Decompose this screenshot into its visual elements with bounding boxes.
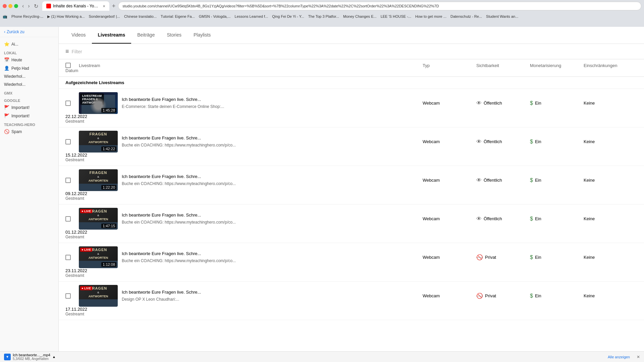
row4-visibility: 👁 Öffentlich	[476, 216, 530, 222]
row3-checkbox[interactable]	[65, 178, 79, 183]
browser-tab-active[interactable]: Inhalte des Kanals - YouTube S... ✕	[42, 1, 109, 11]
row6-thumbnail[interactable]: FRAGEN & ANTWORTEN ● LIVE	[79, 285, 118, 307]
spam-icon: 🚫	[4, 129, 9, 134]
back-btn[interactable]: ‹	[21, 2, 25, 10]
sidebar-label-important1: Important!	[11, 105, 30, 110]
bookmark-10[interactable]: LEE 'S HOUSE -...	[379, 14, 413, 19]
row6-live-badge: ● LIVE	[80, 286, 92, 290]
browser-toolbar: ‹ › ↻ Inhalte des Kanals - YouTube S... …	[0, 0, 644, 12]
header-checkbox[interactable]	[65, 63, 79, 68]
header-monetarisierung: Monetarisierung	[530, 63, 584, 68]
bookmark-11[interactable]: How to get more ...	[414, 14, 448, 19]
row2-date-val: 15.12.2022	[65, 153, 79, 158]
row6-date: 17.11.2022 Gestreamt	[65, 307, 79, 316]
bookmark-0[interactable]: Phone Recycling-...	[10, 14, 45, 19]
sidebar-item-ai[interactable]: ⭐ Ai...	[0, 40, 58, 48]
row6-checkbox[interactable]	[65, 293, 79, 299]
table-header: Livestream Typ Sichtbarkeit Monetarisier…	[59, 59, 644, 77]
row1-video-info: LIVESTREAMFRAGEN &ANTWORTEN 1:45:28 Ich …	[79, 92, 369, 114]
sidebar-label-ai: Ai...	[11, 42, 18, 47]
row4-desc: Buche ein COACHING: https://www.myteachi…	[122, 220, 369, 225]
row6-restrictions: Keine	[584, 293, 637, 298]
download-bar-close-btn[interactable]: ✕	[637, 355, 640, 359]
header-datum: Datum	[65, 68, 79, 73]
tab-playlists[interactable]: Playlists	[187, 27, 217, 44]
filter-icon: ≡	[65, 48, 69, 55]
eye-icon-1: 👁	[476, 100, 482, 106]
row2-thumbnail[interactable]: FRAGEN & ANTWORTEN 1:42:22	[79, 131, 118, 153]
header-livestream: Livestream	[79, 63, 369, 68]
tab-close-btn[interactable]: ✕	[103, 4, 105, 8]
forward-btn[interactable]: ›	[26, 2, 31, 10]
row1-checkbox[interactable]	[65, 101, 79, 106]
refresh-btn[interactable]: ↻	[33, 2, 40, 10]
row3-thumbnail[interactable]: FRAGEN & ANTWORTEN 1:22:20	[79, 169, 118, 191]
close-window-btn[interactable]	[3, 4, 7, 8]
bookmark-8[interactable]: The Top 3 Platfor...	[307, 14, 340, 19]
show-all-btn[interactable]: Alle anzeigen	[608, 355, 630, 359]
sidebar-item-petjo[interactable]: 👤 Petjo Had	[0, 64, 58, 72]
row2-title: Ich beantworte Eure Fragen live. Schre..…	[122, 135, 369, 141]
fullscreen-window-btn[interactable]	[14, 4, 18, 8]
tab-beitraege[interactable]: Beiträge	[131, 27, 161, 44]
sidebar-item-heute[interactable]: 📅 Heute	[0, 56, 58, 64]
back-sidebar-btn[interactable]: ‹ Zurück zu	[0, 27, 58, 37]
row5-date-val: 23.11.2022	[65, 268, 79, 273]
download-size: 5,3/602 MB, Angehalten	[13, 357, 50, 361]
row6-typ: Webcam	[423, 293, 476, 298]
tab-stories[interactable]: Stories	[161, 27, 187, 44]
row4-thumbnail[interactable]: FRAGEN & ANTWORTEN ● LIVE 1:47:15	[79, 208, 118, 230]
row3-title: Ich beantworte Eure Fragen live. Schre..…	[122, 174, 369, 180]
nav-tabs: Videos Livestreams Beiträge Stories Play…	[59, 27, 644, 44]
row3-visibility: 👁 Öffentlich	[476, 177, 530, 183]
row5-duration: 1:12:08	[101, 262, 116, 267]
new-tab-btn[interactable]: +	[112, 3, 116, 10]
row2-typ: Webcam	[423, 139, 476, 144]
download-chevron-icon[interactable]: ▲	[52, 355, 56, 359]
bookmark-9[interactable]: Money Changes E...	[342, 14, 378, 19]
row6-title: Ich beantworte Eure Fragen live. Schre..…	[122, 289, 369, 295]
address-text: studio.youtube.com/channel/UCw95ktq5Kbtx…	[122, 4, 439, 8]
bookmark-13[interactable]: Student Wants an...	[485, 14, 520, 19]
main-content: Videos Livestreams Beiträge Stories Play…	[59, 27, 644, 362]
dollar-icon-6: $	[530, 293, 533, 299]
row5-thumbnail[interactable]: FRAGEN & ANTWORTEN ● LIVE 1:12:08	[79, 246, 118, 268]
sidebar-item-wiederh1[interactable]: Wiederhol...	[0, 72, 58, 80]
bookmark-12[interactable]: Datenschutz - Re...	[449, 14, 483, 19]
thumb-fragen-3: FRAGEN & ANTWORTEN	[79, 169, 118, 184]
row2-details: Ich beantworte Eure Fragen live. Schre..…	[122, 135, 369, 148]
row2-checkbox[interactable]	[65, 139, 79, 144]
row2-visibility: 👁 Öffentlich	[476, 139, 530, 145]
row4-typ: Webcam	[423, 216, 476, 221]
row5-video-info: FRAGEN & ANTWORTEN ● LIVE 1:12:08 Ich be…	[79, 246, 369, 268]
sidebar-item-spam[interactable]: 🚫 Spam	[0, 127, 58, 136]
tab-videos[interactable]: Videos	[65, 27, 92, 44]
row3-details: Ich beantworte Eure Fragen live. Schre..…	[122, 174, 369, 187]
row5-checkbox[interactable]	[65, 255, 79, 260]
row4-date-val: 01.12.2022	[65, 230, 79, 235]
tab-livestreams[interactable]: Livestreams	[92, 27, 131, 44]
bookmark-4[interactable]: Tutorial: Eigene Fa...	[159, 14, 196, 19]
row1-monetize-text: Ein	[535, 101, 541, 106]
address-bar[interactable]: studio.youtube.com/channel/UCw95ktq5Kbtx…	[118, 2, 641, 10]
bookmark-3[interactable]: Chinese translatio...	[123, 14, 158, 19]
table-row: LIVESTREAMFRAGEN &ANTWORTEN 1:45:28 Ich …	[59, 89, 644, 127]
bookmark-2[interactable]: Sonderangebot! |...	[88, 14, 121, 19]
dollar-icon-3: $	[530, 177, 533, 183]
sidebar-item-wiederh2[interactable]: Wiederhol...	[0, 80, 58, 88]
bookmark-5[interactable]: GMSN - Vologda,...	[198, 14, 232, 19]
bookmark-7[interactable]: Qing Fei De Yi - Y...	[271, 14, 306, 19]
row4-checkbox[interactable]	[65, 216, 79, 222]
bookmark-1[interactable]: ▶ (1) How Working a...	[46, 14, 86, 19]
row1-thumbnail[interactable]: LIVESTREAMFRAGEN &ANTWORTEN 1:45:28	[79, 92, 118, 114]
bookmark-6[interactable]: Lessons Learned f...	[233, 14, 270, 19]
sidebar-item-important2[interactable]: 🚩 Important!	[0, 112, 58, 120]
calendar-icon: 📅	[4, 57, 9, 62]
tab-favicon	[46, 4, 51, 8]
filter-placeholder[interactable]: Filter	[72, 49, 82, 54]
row2-date-sub: Gestreamt	[65, 158, 79, 162]
row1-desc: E-Commerce: Starte deinen E-Commerce Onl…	[122, 104, 369, 110]
sidebar-item-important1[interactable]: 🚩 Important!	[0, 103, 58, 112]
minimize-window-btn[interactable]	[8, 4, 12, 8]
row4-video-info: FRAGEN & ANTWORTEN ● LIVE 1:47:15 Ich be…	[79, 208, 369, 230]
